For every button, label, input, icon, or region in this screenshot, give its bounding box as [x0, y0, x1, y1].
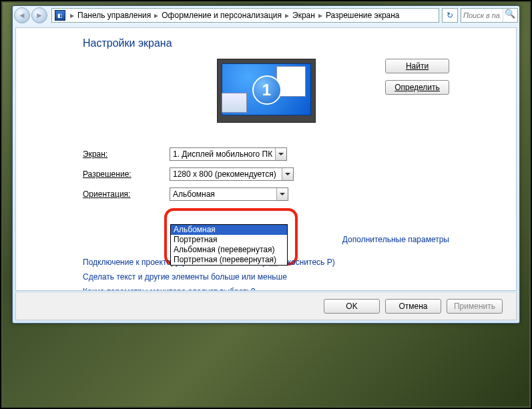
detect-button[interactable]: Определить: [385, 80, 449, 95]
find-button[interactable]: Найти: [385, 59, 449, 73]
breadcrumb-sep-icon: ▸: [316, 11, 324, 20]
breadcrumb-sep-icon: ▸: [68, 11, 76, 20]
orientation-option[interactable]: Альбомная (перевернутая): [171, 245, 287, 255]
breadcrumb-item[interactable]: Оформление и персонализация: [160, 11, 283, 20]
refresh-button[interactable]: ↻: [442, 8, 458, 23]
page-title: Настройки экрана: [83, 37, 449, 49]
control-panel-window: ◄ ► ◧ ▸ Панель управления ▸ Оформление и…: [12, 5, 520, 324]
chevron-down-icon[interactable]: [276, 188, 288, 200]
search-box[interactable]: 🔍: [461, 8, 518, 23]
chevron-down-icon[interactable]: [282, 168, 293, 180]
which-settings-link[interactable]: Какие параметры монитора следует выбрать…: [83, 287, 256, 291]
orientation-combo-value: Альбомная: [170, 189, 276, 199]
orientation-dropdown-list[interactable]: Альбомная Портретная Альбомная (переверн…: [170, 224, 288, 266]
orientation-option[interactable]: Альбомная: [171, 225, 287, 235]
screen-label: Экран:: [83, 149, 170, 159]
orientation-option[interactable]: Портретная: [171, 235, 287, 245]
search-input[interactable]: [461, 11, 503, 19]
resolution-label: Разрешение:: [83, 169, 170, 179]
breadcrumb-sep-icon: ▸: [152, 11, 160, 20]
text-size-link[interactable]: Сделать текст и другие элементы больше и…: [83, 272, 287, 282]
breadcrumb-item[interactable]: Экран: [291, 11, 316, 20]
orientation-combo[interactable]: Альбомная: [170, 187, 288, 201]
resolution-combo[interactable]: 1280 x 800 (рекомендуется): [170, 167, 294, 181]
forward-button[interactable]: ►: [31, 7, 47, 23]
breadcrumb-sep-icon: ▸: [283, 11, 291, 20]
toolbar: ◄ ► ◧ ▸ Панель управления ▸ Оформление и…: [13, 6, 519, 25]
resolution-combo-value: 1280 x 800 (рекомендуется): [170, 169, 282, 179]
orientation-label: Ориентация:: [83, 189, 170, 199]
screen-combo-value: 1. Дисплей мобильного ПК: [170, 149, 275, 159]
breadcrumb-item[interactable]: Панель управления: [76, 11, 152, 20]
orientation-option[interactable]: Портретная (перевернутая): [171, 255, 287, 265]
ok-button[interactable]: OK: [324, 299, 380, 314]
monitor-number-badge: 1: [252, 75, 282, 105]
address-bar[interactable]: ◧ ▸ Панель управления ▸ Оформление и пер…: [51, 8, 439, 23]
search-icon[interactable]: 🔍: [503, 9, 516, 22]
monitor-preview[interactable]: 1: [217, 59, 316, 123]
back-button[interactable]: ◄: [14, 7, 30, 23]
apply-button[interactable]: Применить: [447, 299, 503, 314]
advanced-settings-link[interactable]: Дополнительные параметры: [342, 235, 449, 244]
control-panel-icon: ◧: [55, 10, 65, 21]
chevron-down-icon[interactable]: [275, 148, 286, 160]
breadcrumb-item[interactable]: Разрешение экрана: [324, 11, 401, 20]
footer-bar: OK Отмена Применить: [15, 292, 517, 320]
screen-combo[interactable]: 1. Дисплей мобильного ПК: [170, 147, 287, 161]
cancel-button[interactable]: Отмена: [385, 299, 441, 314]
content-area: Настройки экрана 1 Найти Определить Экра…: [15, 27, 517, 291]
